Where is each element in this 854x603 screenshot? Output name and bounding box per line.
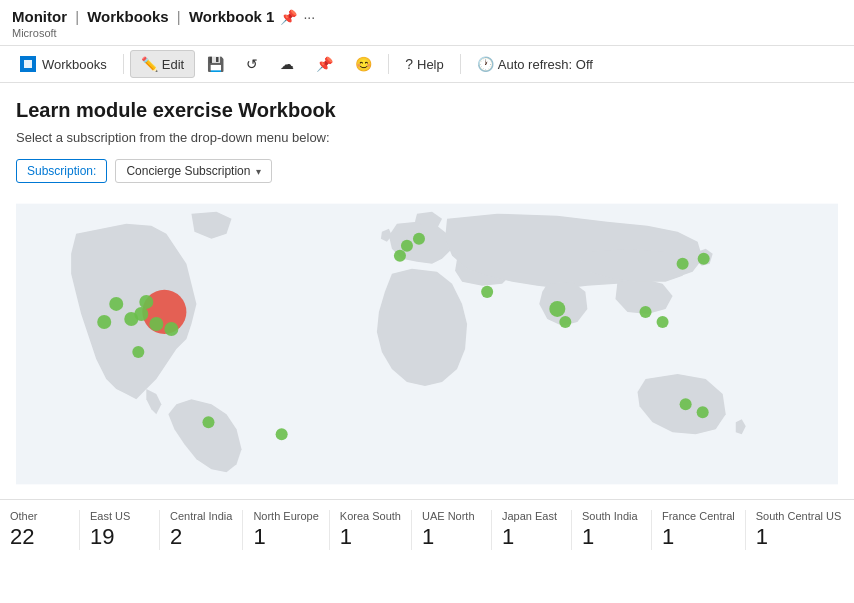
stat-label: North Europe (253, 510, 318, 522)
svg-point-11 (401, 240, 413, 252)
emoji-button[interactable]: 😊 (345, 51, 382, 77)
title-monitor: Monitor (12, 8, 67, 25)
subscription-label: Subscription: (16, 159, 107, 183)
stat-value: 1 (582, 524, 594, 550)
microsoft-label: Microsoft (0, 27, 854, 45)
stat-label: East US (90, 510, 130, 522)
chevron-down-icon: ▾ (256, 166, 261, 177)
emoji-icon: 😊 (355, 56, 372, 72)
stat-item: UAE North1 (412, 510, 492, 550)
map-container (16, 199, 838, 489)
stat-label: Central India (170, 510, 232, 522)
autorefresh-label: Auto refresh: Off (498, 57, 593, 72)
subscription-dropdown[interactable]: Concierge Subscription ▾ (115, 159, 272, 183)
world-map (16, 199, 838, 489)
refresh-button[interactable]: ↺ (236, 51, 268, 77)
help-button[interactable]: ? Help (395, 51, 454, 77)
share-button[interactable]: ☁ (270, 51, 304, 77)
save-icon: 💾 (207, 56, 224, 72)
subscription-row: Subscription: Concierge Subscription ▾ (16, 159, 838, 183)
clock-icon: 🕐 (477, 56, 494, 72)
stat-value: 19 (90, 524, 114, 550)
workbook-title: Learn module exercise Workbook (16, 99, 838, 122)
stats-bar: Other22East US19Central India2North Euro… (0, 499, 854, 560)
pin-button[interactable]: 📌 (306, 51, 343, 77)
stat-label: Korea South (340, 510, 401, 522)
autorefresh-button[interactable]: 🕐 Auto refresh: Off (467, 51, 603, 77)
title-bar: Monitor | Workbooks | Workbook 1 📌 ··· (0, 0, 854, 27)
help-label: Help (417, 57, 444, 72)
svg-point-21 (680, 398, 692, 410)
subscription-value: Concierge Subscription (126, 164, 250, 178)
stat-item: South Central US1 (746, 510, 852, 550)
stat-item: East US19 (80, 510, 160, 550)
stat-value: 2 (170, 524, 182, 550)
save-button[interactable]: 💾 (197, 51, 234, 77)
toolbar: Workbooks ✏️ Edit 💾 ↺ ☁ 📌 😊 ? Help 🕐 Aut… (0, 45, 854, 83)
svg-point-25 (276, 428, 288, 440)
workbooks-icon (20, 56, 36, 72)
svg-point-7 (134, 307, 148, 321)
stat-label: France Central (662, 510, 735, 522)
stat-label: South India (582, 510, 638, 522)
edit-button[interactable]: ✏️ Edit (130, 50, 195, 78)
workbooks-label: Workbooks (42, 57, 107, 72)
share-icon: ☁ (280, 56, 294, 72)
stat-item: Japan East1 (492, 510, 572, 550)
edit-icon: ✏️ (141, 56, 158, 72)
stat-value: 22 (10, 524, 34, 550)
stat-item: France Central1 (652, 510, 746, 550)
pin-icon[interactable]: 📌 (280, 9, 297, 25)
svg-point-24 (132, 346, 144, 358)
svg-point-22 (697, 406, 709, 418)
svg-point-18 (698, 253, 710, 265)
edit-label: Edit (162, 57, 184, 72)
svg-point-19 (640, 306, 652, 318)
toolbar-separator-2 (388, 54, 389, 74)
stat-item: Korea South1 (330, 510, 412, 550)
refresh-icon: ↺ (246, 56, 258, 72)
svg-point-6 (139, 295, 153, 309)
svg-point-13 (394, 250, 406, 262)
more-icon[interactable]: ··· (303, 9, 315, 25)
svg-point-16 (559, 316, 571, 328)
pin-toolbar-icon: 📌 (316, 56, 333, 72)
svg-point-20 (657, 316, 669, 328)
stat-label: South Central US (756, 510, 842, 522)
stat-value: 1 (662, 524, 674, 550)
svg-point-4 (109, 297, 123, 311)
help-icon: ? (405, 56, 413, 72)
toolbar-separator-3 (460, 54, 461, 74)
svg-point-14 (481, 286, 493, 298)
svg-rect-1 (24, 60, 32, 68)
stat-value: 1 (253, 524, 265, 550)
title-workbook1: Workbook 1 (189, 8, 275, 25)
stat-value: 1 (502, 524, 514, 550)
svg-point-12 (413, 233, 425, 245)
svg-point-10 (97, 315, 111, 329)
sep1: | (75, 8, 79, 25)
svg-point-15 (549, 301, 565, 317)
sep2: | (177, 8, 181, 25)
toolbar-separator-1 (123, 54, 124, 74)
stat-label: Japan East (502, 510, 557, 522)
stat-item: Central India2 (160, 510, 243, 550)
svg-point-8 (149, 317, 163, 331)
main-content: Learn module exercise Workbook Select a … (0, 83, 854, 489)
title-workbooks: Workbooks (87, 8, 168, 25)
svg-point-23 (202, 416, 214, 428)
stat-value: 1 (340, 524, 352, 550)
stat-value: 1 (422, 524, 434, 550)
workbooks-button[interactable]: Workbooks (10, 51, 117, 77)
stat-item: South India1 (572, 510, 652, 550)
stat-value: 1 (756, 524, 768, 550)
stat-item: Other22 (0, 510, 80, 550)
stat-item: North Europe1 (243, 510, 329, 550)
svg-point-9 (164, 322, 178, 336)
svg-point-17 (677, 258, 689, 270)
page-title-header: Monitor | Workbooks | Workbook 1 (12, 8, 274, 25)
workbook-subtitle: Select a subscription from the drop-down… (16, 130, 838, 145)
stat-label: Other (10, 510, 38, 522)
stat-label: UAE North (422, 510, 475, 522)
